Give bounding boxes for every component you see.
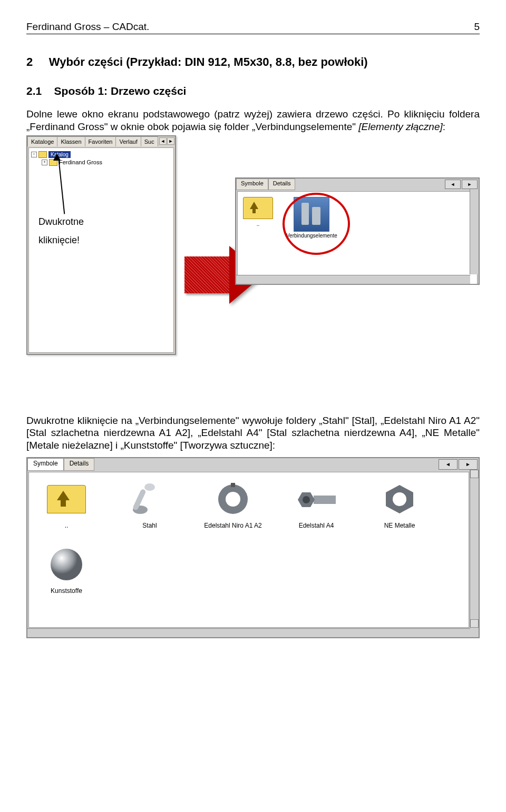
nav-left-icon[interactable]: ◄ — [439, 459, 458, 470]
tree-area: − Katalog + Ferdinand Gross Dwukrotne kl… — [28, 147, 174, 353]
svg-rect-8 — [319, 496, 320, 504]
tab-kataloge[interactable]: Kataloge — [27, 136, 57, 146]
svg-rect-5 — [231, 483, 235, 487]
catalog-item-ne-metalle[interactable]: NE Metalle — [371, 479, 429, 529]
subsection-heading: 2.1 Sposób 1: Drzewo części — [26, 85, 480, 97]
up-folder-icon — [243, 197, 273, 219]
tab-details[interactable]: Details — [64, 458, 95, 471]
tree-node-ferdinand-gross[interactable]: Ferdinand Gross — [59, 159, 102, 165]
svg-rect-12 — [332, 496, 333, 504]
svg-rect-7 — [316, 496, 317, 504]
up-folder-icon — [47, 485, 86, 513]
collar-icon — [208, 479, 258, 520]
page-header: Ferdinand Gross – CADcat. 5 — [26, 21, 480, 34]
svg-point-4 — [226, 492, 240, 507]
tabscroll-right-icon[interactable]: ► — [167, 137, 174, 145]
nav-left-icon[interactable]: ◄ — [445, 180, 461, 189]
tab-symbole[interactable]: Symbole — [236, 179, 268, 190]
callout-arrow-line — [58, 157, 65, 214]
tab-symbole[interactable]: Symbole — [27, 458, 64, 471]
nav-right-icon[interactable]: ► — [462, 180, 478, 189]
tab-favoriten[interactable]: Favoriten — [85, 136, 116, 146]
page-number: 5 — [474, 21, 480, 33]
fasteners-icon — [294, 197, 329, 232]
tab-suche[interactable]: Suc — [141, 136, 158, 146]
tree-panel: Kataloge Klassen Favoriten Verlauf Suc ◄… — [26, 135, 176, 355]
nav-right-icon[interactable]: ► — [459, 459, 478, 470]
scrollbar-vertical[interactable] — [470, 470, 479, 628]
catalog-item-edelstahl-a4[interactable]: Edelstahl A4 — [287, 479, 345, 529]
tree-tabs: Kataloge Klassen Favoriten Verlauf Suc ◄… — [27, 136, 175, 146]
preview-panel: Symbole Details ◄ ► .. Verbindungselemen… — [235, 177, 480, 285]
up-folder-item[interactable]: .. — [37, 479, 95, 529]
svg-rect-10 — [325, 496, 327, 504]
verbindungselemente-item[interactable]: Verbindungselemente — [286, 197, 337, 239]
paragraph-1: Dolne lewe okno ekranu podstawowego (pat… — [26, 108, 480, 133]
scrollbar-horizontal[interactable] — [27, 628, 470, 637]
catalog-item-edelstahl-a1a2[interactable]: Edelstahl Niro A1 A2 — [204, 479, 262, 529]
paragraph-2: Dwukrotne kliknięcie na „Verbindungselem… — [26, 414, 480, 452]
callout-arrowhead-icon — [53, 153, 61, 161]
callout-text: Dwukrotne kliknięcie! — [38, 216, 84, 246]
scrollbar-vertical[interactable] — [470, 189, 479, 274]
hexbolt-icon — [291, 479, 342, 520]
tab-klassen[interactable]: Klassen — [57, 136, 85, 146]
scrollbar-horizontal[interactable] — [236, 275, 470, 284]
catalog-item-stahl[interactable]: Stahl — [121, 479, 179, 529]
tabscroll-left-icon[interactable]: ◄ — [159, 137, 167, 145]
svg-point-17 — [51, 549, 82, 580]
header-title: Ferdinand Gross – CADcat. — [26, 21, 149, 33]
folder-icon — [38, 151, 47, 158]
catalog-item-kunststoffe[interactable]: Kunststoffe — [37, 544, 95, 595]
section-heading: 2 Wybór części (Przykład: DIN 912, M5x30… — [26, 55, 480, 69]
tab-details[interactable]: Details — [268, 179, 296, 190]
sphere-icon — [42, 544, 92, 585]
svg-point-16 — [393, 492, 406, 506]
bolt-icon — [125, 479, 175, 520]
expand-icon[interactable]: + — [42, 160, 47, 165]
tab-verlauf[interactable]: Verlauf — [115, 136, 141, 146]
collapse-icon[interactable]: − — [31, 152, 37, 157]
hexnut-icon — [375, 479, 425, 520]
svg-point-14 — [303, 496, 310, 503]
svg-rect-9 — [322, 496, 324, 504]
catalog-panel: Symbole Details ◄ ► .. Stahl — [26, 457, 480, 638]
svg-rect-11 — [328, 496, 330, 504]
up-folder-item[interactable]: .. — [243, 197, 273, 227]
svg-point-2 — [144, 483, 155, 491]
